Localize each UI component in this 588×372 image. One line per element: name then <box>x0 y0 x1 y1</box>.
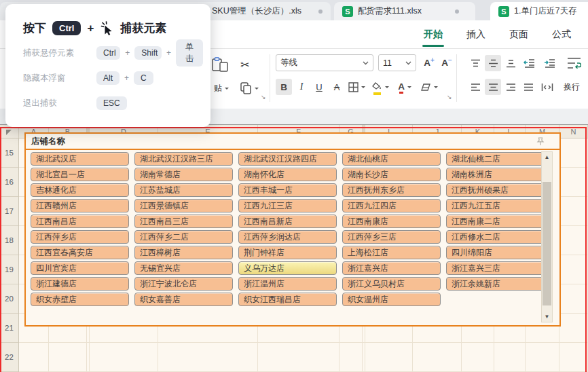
store-button[interactable]: 江西萍乡二店 <box>134 230 233 244</box>
store-button[interactable]: 江苏盐城店 <box>134 183 233 197</box>
scrollbar-thumb[interactable] <box>543 182 551 305</box>
store-button[interactable]: 湖南长沙店 <box>342 168 441 181</box>
justify-button[interactable] <box>520 79 536 95</box>
store-button[interactable]: 湖南怀化店 <box>238 168 337 181</box>
store-button[interactable]: 湖北仙桃店 <box>342 152 441 166</box>
store-button[interactable]: 江西赣州店 <box>31 199 129 212</box>
store-button[interactable]: 江西抚州硕果店 <box>446 183 545 197</box>
store-button[interactable]: 四川宜宾店 <box>31 261 129 275</box>
store-button[interactable]: 江西九江四店 <box>342 199 441 212</box>
scroll-up-icon[interactable]: ▲ <box>542 152 552 162</box>
borders-button[interactable] <box>346 79 367 95</box>
increase-indent-button[interactable] <box>540 55 559 71</box>
store-button[interactable]: 江西南昌三店 <box>134 215 233 228</box>
document-tab-3-active[interactable]: S 1.单门店近7天存 <box>490 2 588 20</box>
store-button[interactable]: 江西景德镇店 <box>134 199 233 212</box>
dialog-launcher-icon[interactable]: ↘ <box>261 94 266 100</box>
row-header[interactable]: 17 <box>0 197 18 226</box>
store-button[interactable]: 浙江温州店 <box>238 277 337 291</box>
store-button[interactable]: 江西南康店 <box>342 215 441 228</box>
decrease-font-button[interactable]: A− <box>439 54 455 71</box>
store-button[interactable]: 浙江宁波北仑店 <box>134 277 233 291</box>
store-button[interactable]: 浙江义乌贝村店 <box>342 277 441 291</box>
font-name-combo[interactable]: 等线 <box>276 54 373 71</box>
row-header[interactable]: 16 <box>0 168 18 197</box>
row-header[interactable]: 19 <box>0 255 18 284</box>
row-header[interactable]: 15 <box>0 138 18 168</box>
store-button[interactable]: 织女江西瑞昌店 <box>238 293 337 306</box>
align-center-button[interactable] <box>485 79 501 95</box>
store-button[interactable]: 江西南昌新店 <box>238 215 337 228</box>
underline-button[interactable]: U <box>311 79 327 95</box>
store-button[interactable]: 江西萍乡店 <box>31 230 129 244</box>
row-header[interactable]: 22 <box>0 343 18 372</box>
ribbon-tab-insert[interactable]: 插入 <box>465 29 487 41</box>
align-middle-button[interactable] <box>485 55 501 71</box>
store-button[interactable]: 湖北武汉江汉路三店 <box>134 152 233 166</box>
store-button[interactable]: 吉林通化店 <box>31 183 129 197</box>
sheet-area[interactable]: ABDEFGIJKLMN 1516171819202122 店铺名称 湖北武汉店… <box>0 125 588 372</box>
scroll-down-icon[interactable]: ▼ <box>542 312 552 322</box>
paste-button[interactable]: 贴 <box>209 80 234 96</box>
store-button[interactable]: 湖北宜昌一店 <box>31 168 129 181</box>
ribbon-tab-formula[interactable]: 公式 <box>551 29 572 41</box>
row-header[interactable]: 18 <box>0 226 18 255</box>
tab-dot[interactable] <box>318 10 323 14</box>
store-button[interactable]: 江西九江三店 <box>238 199 337 212</box>
fill-color-button[interactable] <box>369 79 391 95</box>
store-button[interactable]: 江西宜春高安店 <box>31 246 129 259</box>
store-button[interactable]: 江西修水二店 <box>446 230 545 244</box>
store-button[interactable]: 湖南株洲店 <box>446 168 545 181</box>
letter-spacing-button[interactable] <box>538 79 556 95</box>
store-button[interactable]: 浙江嘉兴三店 <box>446 261 545 275</box>
wrap-text-button[interactable]: 换行 <box>558 79 585 95</box>
store-button[interactable]: 湖北武汉店 <box>31 152 129 166</box>
document-tab-2[interactable]: S 配货需求111.xlsx <box>334 2 475 20</box>
align-left-button[interactable] <box>467 79 483 95</box>
clear-format-button[interactable] <box>418 79 440 95</box>
cut-icon[interactable]: ✂ <box>236 56 254 73</box>
ribbon-tab-home[interactable]: 开始 <box>422 29 444 41</box>
font-color-button[interactable]: A <box>394 79 416 95</box>
store-button[interactable]: 江西萍乡润达店 <box>238 230 337 244</box>
store-button[interactable]: 江西南昌店 <box>31 215 129 228</box>
store-button[interactable]: 江西樟树店 <box>134 246 233 259</box>
strikethrough-button[interactable]: A <box>329 79 345 95</box>
store-button[interactable]: 湖北仙桃二店 <box>446 152 545 166</box>
store-button[interactable]: 荆门钟祥店 <box>238 246 337 259</box>
align-top-button[interactable] <box>467 55 483 71</box>
column-header[interactable]: N <box>559 125 588 138</box>
font-size-combo[interactable]: 11 <box>378 54 416 71</box>
store-button[interactable]: 江西抚州东乡店 <box>342 183 441 197</box>
store-button[interactable]: 浙江建德店 <box>31 277 129 291</box>
decrease-indent-button[interactable] <box>520 55 538 71</box>
paste-icon[interactable] <box>209 56 232 73</box>
ribbon-tab-page[interactable]: 页面 <box>508 29 530 41</box>
store-button[interactable]: 上海松江店 <box>342 246 441 259</box>
italic-button[interactable]: I <box>293 79 310 95</box>
store-button[interactable]: 无锡宜兴店 <box>134 261 233 275</box>
store-listbox[interactable]: 店铺名称 湖北武汉店湖北武汉江汉路三店湖北武汉江汉路四店湖北仙桃店湖北仙桃二店湖… <box>24 132 561 327</box>
row-header[interactable]: 21 <box>0 314 18 343</box>
copy-button[interactable] <box>236 80 262 96</box>
store-button[interactable]: 湖南常德店 <box>134 168 233 181</box>
increase-font-button[interactable]: A+ <box>421 54 437 71</box>
store-button[interactable]: 江西九江五店 <box>446 199 545 212</box>
store-button[interactable]: 江西萍乡三店 <box>342 230 441 244</box>
align-bottom-button[interactable] <box>502 55 519 71</box>
wrap-text-big-button[interactable] <box>564 53 584 73</box>
dialog-launcher-icon[interactable]: ↘ <box>447 94 452 100</box>
store-button[interactable]: 织女赤壁店 <box>31 293 129 306</box>
store-button[interactable]: 织女嘉善店 <box>134 293 233 306</box>
listbox-scrollbar[interactable]: ▲ ▼ <box>541 151 553 322</box>
store-button[interactable]: 浙江余姚新店 <box>446 277 545 291</box>
store-button[interactable]: 浙江嘉兴店 <box>342 261 441 275</box>
row-header[interactable]: 20 <box>0 284 18 314</box>
store-button[interactable]: 织女温州店 <box>342 293 441 306</box>
store-button[interactable]: 湖北武汉江汉路四店 <box>238 152 337 166</box>
bold-button[interactable]: B <box>276 79 292 95</box>
align-right-button[interactable] <box>502 79 519 95</box>
store-button[interactable]: 江西南康二店 <box>446 215 545 228</box>
store-button[interactable]: 四川绵阳店 <box>446 246 545 259</box>
store-button[interactable]: 义乌万达店 <box>238 261 337 275</box>
